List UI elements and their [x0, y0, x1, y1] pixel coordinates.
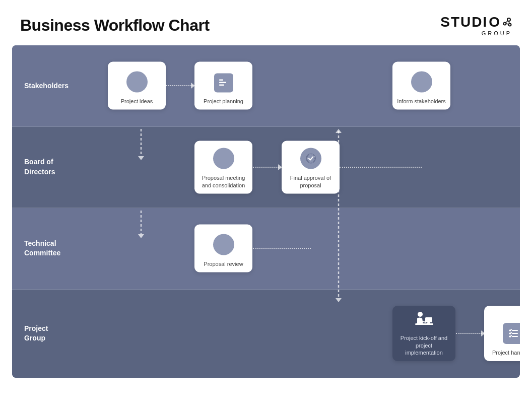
connector-approval-right [340, 167, 422, 168]
svg-rect-7 [219, 82, 226, 84]
approval-icon [300, 148, 321, 169]
workflow-chart: Stakeholders Project ideas [12, 45, 520, 378]
svg-point-1 [509, 24, 511, 26]
lane-stakeholders-content: Project ideas Project planning [83, 45, 520, 126]
circle-icon-ideas [126, 72, 148, 93]
connector-proposal-approval [253, 167, 281, 168]
node-project-handover: Project handover [484, 306, 520, 361]
node-final-approval-label: Final approval of proposal [286, 174, 336, 189]
connector-ideas-to-planning [166, 85, 193, 86]
lane-project-content: Project kick-off and project implementat… [83, 290, 520, 378]
node-final-approval: Final approval of proposal [282, 141, 340, 193]
lane-board: Board of Directors Proposal meeting and … [12, 127, 520, 209]
connector-kickoff-handover [456, 333, 484, 334]
handover-icon [503, 323, 520, 344]
logo: STUDI O GROUP [440, 14, 512, 36]
approval-icon-svg [305, 153, 317, 165]
node-proposal-review: Proposal review [194, 225, 252, 272]
node-planning-label: Project planning [204, 98, 243, 105]
node-inform-label: Inform stakeholders [397, 98, 446, 105]
logo-sub: GROUP [482, 30, 512, 36]
kickoff-icon-svg [413, 311, 435, 329]
lane-technical-label: Technical Committee [12, 239, 83, 258]
svg-rect-13 [427, 322, 430, 324]
logo-o: O [489, 14, 500, 30]
lane-board-label: Board of Directors [12, 157, 83, 177]
svg-rect-12 [425, 317, 432, 322]
node-kickoff-label: Project kick-off and project implementat… [396, 334, 451, 356]
svg-line-4 [509, 21, 509, 24]
svg-rect-6 [219, 80, 223, 81]
node-project-planning: Project planning [194, 62, 252, 110]
page-header: Business Workflow Chart STUDI O GROUP [0, 0, 532, 45]
node-ideas-label: Project ideas [121, 98, 153, 105]
lane-board-content: Proposal meeting and consolidation [83, 127, 520, 208]
svg-line-3 [506, 21, 508, 23]
lane-project-label: Project Group [12, 324, 83, 344]
page-title: Business Workflow Chart [20, 16, 210, 35]
lane-project: Project Group [12, 290, 520, 378]
lane-stakeholders-label: Stakeholders [12, 81, 83, 91]
lane-technical: Technical Committee Proposal review [12, 208, 520, 290]
node-proposal-meeting: Proposal meeting and consolidation [194, 141, 252, 193]
svg-point-2 [504, 23, 506, 25]
lane-technical-content: Proposal review [83, 208, 520, 289]
planning-icon [214, 74, 233, 93]
svg-rect-8 [219, 85, 224, 86]
circle-icon-inform [411, 72, 432, 93]
svg-rect-11 [415, 323, 433, 325]
node-inform-stakeholders: Inform stakeholders [392, 62, 450, 110]
lane-stakeholders: Stakeholders Project ideas [12, 45, 520, 127]
node-review-label: Proposal review [204, 260, 243, 267]
node-handover-label: Project handover [492, 349, 520, 356]
kickoff-icon [413, 311, 435, 329]
handover-icon-svg [507, 327, 519, 339]
node-project-ideas: Project ideas [108, 62, 166, 110]
connector-review-right [253, 248, 311, 249]
circle-icon-review [213, 234, 234, 255]
logo-text: STUDI [440, 15, 488, 29]
svg-line-5 [506, 24, 509, 24]
node-proposal-label: Proposal meeting and consolidation [198, 174, 248, 189]
logo-icon [501, 17, 512, 28]
svg-point-10 [418, 312, 423, 317]
node-project-kickoff: Project kick-off and project implementat… [392, 306, 455, 361]
planning-icon-svg [218, 79, 229, 88]
circle-icon-proposal [213, 148, 234, 169]
